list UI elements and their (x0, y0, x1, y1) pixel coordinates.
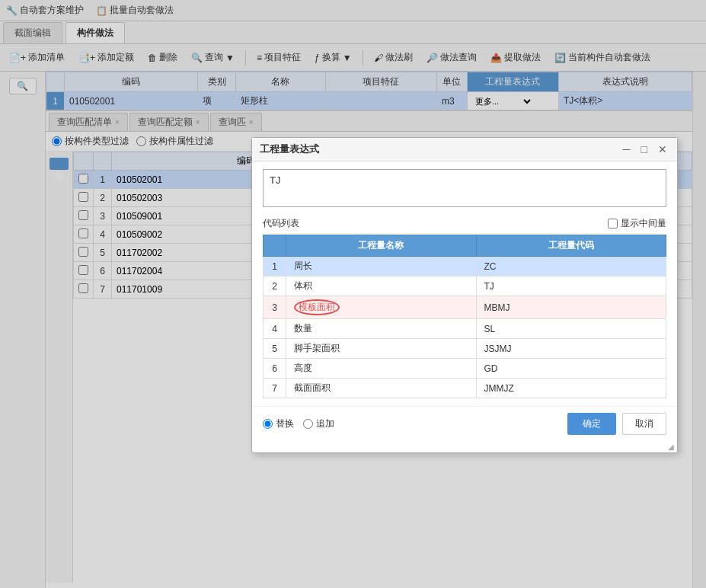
modal-overlay: 工程量表达式 ─ □ ✕ 代码列表 显示中间量 (0, 0, 706, 588)
code-row-code: GD (476, 359, 666, 379)
code-table-row[interactable]: 5 脚手架面积 JSJMJ (264, 339, 666, 359)
confirm-button[interactable]: 确定 (567, 413, 616, 435)
code-row-name: 高度 (286, 359, 477, 379)
code-row-code: TJ (476, 276, 666, 296)
code-row-code: MBMJ (476, 296, 666, 319)
modal-close-btn[interactable]: ✕ (656, 143, 669, 155)
code-row-num: 6 (264, 359, 286, 379)
cancel-button[interactable]: 取消 (622, 413, 666, 435)
code-table-row[interactable]: 4 数量 SL (264, 319, 666, 339)
modal-title: 工程量表达式 (260, 142, 319, 156)
modal-minimize-btn[interactable]: ─ (621, 143, 633, 155)
code-row-num: 4 (264, 319, 286, 339)
show-middle-label: 显示中间量 (621, 217, 666, 230)
replace-group: 替换 (263, 417, 294, 430)
code-col-name: 工程量名称 (286, 235, 477, 257)
modal-title-bar: 工程量表达式 ─ □ ✕ (252, 138, 677, 161)
expression-input[interactable] (263, 169, 666, 207)
code-row-name: 体积 (286, 276, 477, 296)
code-row-num: 3 (264, 296, 286, 319)
code-table-row[interactable]: 6 高度 GD (264, 359, 666, 379)
code-row-code: SL (476, 319, 666, 339)
code-row-num: 5 (264, 339, 286, 359)
footer-radio-group: 替换 追加 (263, 417, 334, 430)
code-table-row[interactable]: 2 体积 TJ (264, 276, 666, 296)
code-row-num: 2 (264, 276, 286, 296)
code-row-code: JSJMJ (476, 339, 666, 359)
code-row-num: 7 (264, 379, 286, 398)
show-middle-qty-group: 显示中间量 (608, 217, 666, 230)
modal-maximize-btn[interactable]: □ (639, 143, 650, 155)
code-table-row[interactable]: 1 周长 ZC (264, 257, 666, 276)
replace-radio[interactable] (263, 419, 273, 429)
code-row-name: 截面面积 (286, 379, 477, 398)
code-list-label: 代码列表 (263, 217, 299, 230)
code-row-name: 周长 (286, 257, 477, 276)
code-row-code: JMMJZ (476, 379, 666, 398)
modal-controls: ─ □ ✕ (621, 143, 669, 155)
append-radio[interactable] (303, 419, 313, 429)
show-middle-checkbox[interactable] (608, 219, 618, 228)
code-row-name: 数量 (286, 319, 477, 339)
modal-expression: 工程量表达式 ─ □ ✕ 代码列表 显示中间量 (251, 137, 678, 453)
code-col-code: 工程量代码 (476, 235, 666, 257)
code-table-row[interactable]: 3 模板面积 MBMJ (264, 296, 666, 319)
code-list-header: 代码列表 显示中间量 (263, 217, 666, 230)
code-row-num: 1 (264, 257, 286, 276)
code-row-name: 模板面积 (286, 296, 477, 319)
append-label[interactable]: 追加 (316, 417, 334, 430)
modal-footer: 替换 追加 确定 取消 (252, 406, 677, 441)
append-group: 追加 (303, 417, 334, 430)
modal-resize-handle[interactable]: ◢ (252, 441, 677, 452)
code-row-name: 脚手架面积 (286, 339, 477, 359)
code-col-num (264, 235, 286, 257)
code-table: 工程量名称 工程量代码 1 周长 ZC 2 体积 TJ 3 模板面积 MBMJ … (263, 235, 666, 398)
replace-label[interactable]: 替换 (276, 417, 294, 430)
modal-body: 代码列表 显示中间量 工程量名称 工程量代码 1 周长 ZC (252, 161, 677, 406)
code-table-row[interactable]: 7 截面面积 JMMJZ (264, 379, 666, 398)
footer-buttons: 确定 取消 (567, 413, 666, 435)
code-row-code: ZC (476, 257, 666, 276)
